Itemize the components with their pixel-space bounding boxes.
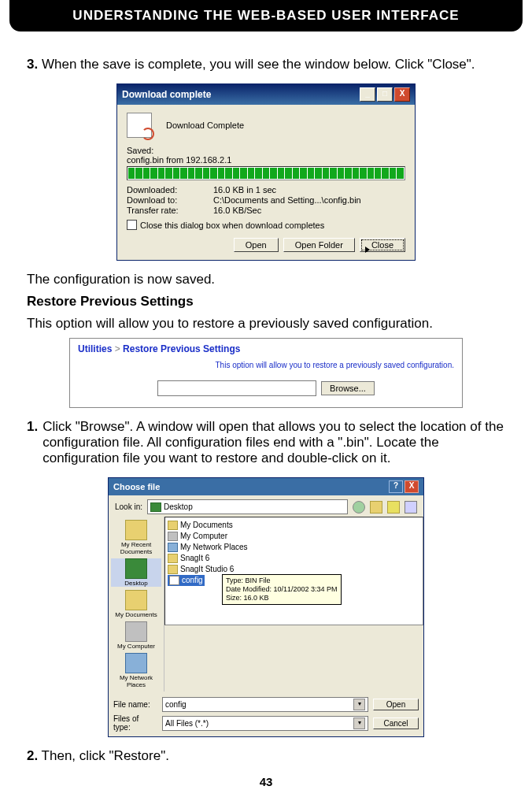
download-complete-dialog: Download complete _ □ X Download Complet…	[116, 83, 416, 261]
filename-input[interactable]: config ▾	[162, 697, 368, 712]
lookin-value: Desktop	[164, 502, 193, 511]
restore-desc: This option will allow you to restore a …	[27, 316, 505, 332]
config-saved-text: The configuration is now saved.	[27, 272, 505, 287]
crumb-utilities[interactable]: Utilities	[78, 343, 112, 354]
progress-bar	[127, 166, 405, 180]
list-item[interactable]: My Documents	[168, 520, 420, 531]
step-1-number: 1.	[27, 419, 38, 466]
filetype-value: All Files (*.*)	[165, 719, 209, 728]
rate-label: Transfer rate:	[127, 206, 213, 215]
cancel-button[interactable]: Cancel	[373, 717, 419, 729]
crumb-restore: Restore Previous Settings	[123, 343, 240, 354]
download-icon	[127, 113, 152, 138]
saved-file-text: config.bin from 192.168.2.1	[127, 155, 405, 165]
place-mydocs[interactable]: My Documents	[111, 590, 161, 618]
step-2-text: Then, click "Restore".	[42, 748, 169, 763]
filename-label: File name:	[113, 700, 157, 709]
chevron-down-icon[interactable]: ▾	[353, 699, 365, 710]
breadcrumb: Utilities > Restore Previous Settings	[78, 343, 454, 354]
place-desktop[interactable]: Desktop	[111, 558, 161, 587]
dialog-titlebar[interactable]: Download complete _ □ X	[117, 84, 415, 105]
step-3: 3. When the save is complete, you will s…	[27, 57, 505, 72]
downloadto-value: C:\Documents and Setting...\config.bin	[213, 195, 405, 205]
file-list-pane[interactable]: My Documents My Computer My Network Plac…	[164, 517, 423, 625]
lookin-label: Look in:	[115, 502, 142, 511]
place-mynetwork[interactable]: My Network Places	[111, 653, 161, 688]
chevron-down-icon[interactable]: ▾	[353, 717, 365, 729]
list-item-selected[interactable]: config	[168, 575, 205, 586]
list-item[interactable]: My Computer	[168, 531, 420, 542]
open-button[interactable]: Open	[373, 699, 419, 710]
filetype-label: Files of type:	[113, 714, 157, 732]
up-folder-icon[interactable]	[370, 501, 382, 514]
browse-button[interactable]: Browse...	[321, 381, 375, 395]
close-icon[interactable]: X	[405, 480, 419, 493]
restore-settings-panel: Utilities > Restore Previous Settings Th…	[69, 338, 463, 408]
list-item[interactable]: SnagIt Studio 6	[168, 564, 420, 575]
crumb-separator: >	[115, 343, 120, 354]
panel-description: This option will allow you to restore a …	[78, 361, 454, 369]
file-tooltip: Type: BIN File Date Modified: 10/11/2002…	[222, 574, 342, 605]
choose-file-dialog: Choose file ? X Look in: Desktop	[108, 477, 424, 737]
dialog-title-text: Download complete	[122, 89, 211, 100]
new-folder-icon[interactable]	[387, 501, 400, 514]
views-icon[interactable]	[405, 501, 417, 514]
back-icon[interactable]	[353, 501, 365, 514]
lookin-combo[interactable]: Desktop	[147, 499, 348, 514]
download-heading: Download Complete	[166, 121, 244, 130]
page-header: UNDERSTANDING THE WEB-BASED USER INTERFA…	[9, 0, 523, 32]
minimize-icon[interactable]: _	[360, 87, 375, 102]
step-2-number: 2.	[27, 748, 38, 763]
desktop-icon	[150, 502, 161, 512]
restore-heading: Restore Previous Settings	[27, 294, 505, 310]
close-on-complete-label: Close this dialog box when download comp…	[140, 221, 324, 230]
open-folder-button[interactable]: Open Folder	[283, 238, 355, 252]
filetype-combo[interactable]: All Files (*.*) ▾	[162, 716, 368, 731]
downloaded-value: 16.0 KB in 1 sec	[213, 185, 405, 195]
downloadto-label: Download to:	[127, 195, 213, 205]
close-icon[interactable]: X	[394, 87, 410, 102]
list-item[interactable]: My Network Places	[168, 542, 420, 553]
list-item[interactable]: SnagIt 6	[168, 553, 420, 564]
restore-file-input[interactable]	[157, 380, 316, 396]
step-1-text: Click "Browse". A window will open that …	[42, 419, 505, 466]
close-button[interactable]: Close	[360, 238, 405, 252]
step-3-text: When the save is complete, you will see …	[42, 57, 475, 72]
page-number: 43	[27, 775, 505, 788]
saved-label: Saved:	[127, 146, 405, 155]
open-button[interactable]: Open	[234, 238, 279, 252]
help-icon[interactable]: ?	[389, 480, 403, 493]
rate-value: 16.0 KB/Sec	[213, 206, 405, 215]
place-recent[interactable]: My Recent Documents	[111, 520, 161, 555]
step-3-number: 3.	[27, 57, 38, 72]
step-2: 2. Then, click "Restore".	[27, 748, 505, 764]
maximize-icon[interactable]: □	[377, 87, 393, 102]
filename-value: config	[165, 700, 187, 709]
choose-file-titlebar[interactable]: Choose file ? X	[109, 478, 423, 495]
place-mycomputer[interactable]: My Computer	[111, 621, 161, 650]
downloaded-label: Downloaded:	[127, 185, 213, 195]
close-on-complete-checkbox[interactable]	[127, 220, 137, 230]
choose-file-title-text: Choose file	[113, 482, 160, 491]
places-bar: My Recent Documents Desktop My Documents…	[109, 517, 164, 691]
